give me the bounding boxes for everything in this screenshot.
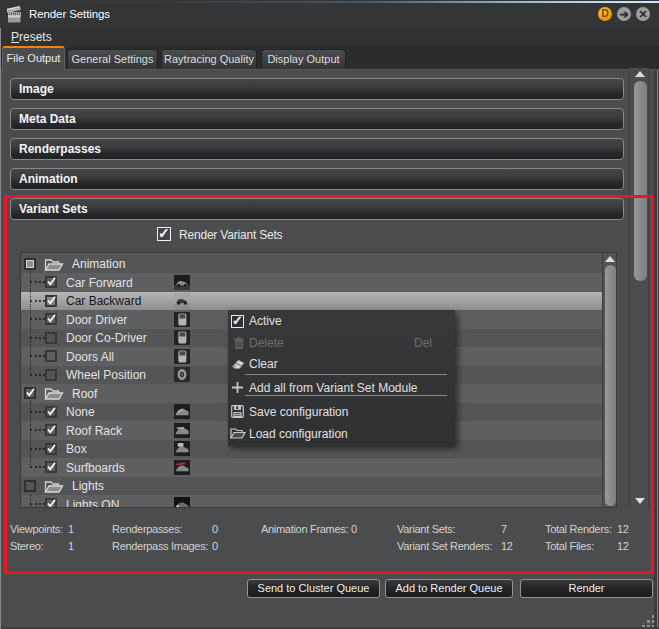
svg-text:RENDERING: RENDERING <box>8 5 25 13</box>
